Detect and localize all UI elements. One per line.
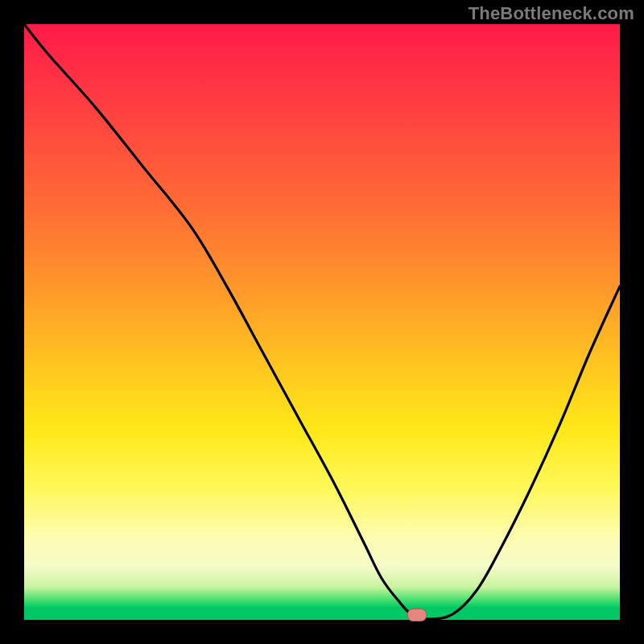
optimal-marker xyxy=(407,609,427,621)
attribution-text: TheBottleneck.com xyxy=(469,3,634,24)
chart-frame: TheBottleneck.com xyxy=(0,0,644,644)
plot-area xyxy=(24,24,620,620)
bottleneck-curve xyxy=(24,24,620,620)
